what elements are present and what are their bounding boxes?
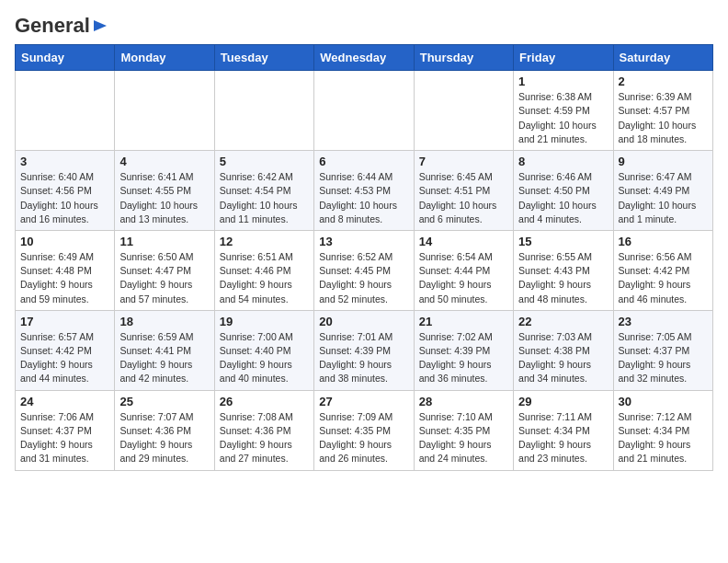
calendar-cell	[16, 71, 115, 151]
day-info: Sunrise: 6:52 AM Sunset: 4:45 PM Dayligh…	[319, 250, 408, 306]
day-info: Sunrise: 6:44 AM Sunset: 4:53 PM Dayligh…	[319, 170, 408, 226]
day-number: 26	[220, 395, 309, 408]
day-info: Sunrise: 6:49 AM Sunset: 4:48 PM Dayligh…	[20, 250, 109, 306]
day-info: Sunrise: 6:42 AM Sunset: 4:54 PM Dayligh…	[220, 170, 309, 226]
day-info: Sunrise: 7:10 AM Sunset: 4:35 PM Dayligh…	[419, 410, 508, 466]
week-row-1: 1Sunrise: 6:38 AM Sunset: 4:59 PM Daylig…	[16, 71, 713, 151]
weekday-header-wednesday: Wednesday	[314, 45, 414, 71]
day-info: Sunrise: 7:11 AM Sunset: 4:34 PM Dayligh…	[518, 410, 608, 466]
calendar-cell: 26Sunrise: 7:08 AM Sunset: 4:36 PM Dayli…	[214, 390, 313, 470]
day-number: 19	[220, 315, 309, 328]
header: General	[15, 15, 713, 33]
calendar-cell: 23Sunrise: 7:05 AM Sunset: 4:37 PM Dayli…	[613, 310, 712, 390]
day-info: Sunrise: 7:08 AM Sunset: 4:36 PM Dayligh…	[220, 410, 309, 466]
day-number: 16	[619, 235, 708, 248]
day-info: Sunrise: 6:55 AM Sunset: 4:43 PM Dayligh…	[518, 250, 608, 306]
day-number: 24	[20, 395, 109, 408]
weekday-header-row: SundayMondayTuesdayWednesdayThursdayFrid…	[16, 45, 713, 71]
day-number: 3	[20, 155, 109, 168]
day-info: Sunrise: 6:46 AM Sunset: 4:50 PM Dayligh…	[518, 170, 608, 226]
calendar-cell: 14Sunrise: 6:54 AM Sunset: 4:44 PM Dayli…	[414, 230, 513, 310]
calendar-cell: 30Sunrise: 7:12 AM Sunset: 4:34 PM Dayli…	[613, 390, 712, 470]
calendar-cell: 28Sunrise: 7:10 AM Sunset: 4:35 PM Dayli…	[414, 390, 513, 470]
logo-general: General	[15, 15, 90, 37]
weekday-header-saturday: Saturday	[613, 45, 712, 71]
svg-marker-0	[94, 20, 107, 31]
calendar-cell: 27Sunrise: 7:09 AM Sunset: 4:35 PM Dayli…	[314, 390, 414, 470]
day-info: Sunrise: 7:01 AM Sunset: 4:39 PM Dayligh…	[319, 330, 408, 386]
calendar-cell: 1Sunrise: 6:38 AM Sunset: 4:59 PM Daylig…	[514, 71, 613, 151]
calendar-cell: 6Sunrise: 6:44 AM Sunset: 4:53 PM Daylig…	[314, 151, 414, 231]
day-info: Sunrise: 7:02 AM Sunset: 4:39 PM Dayligh…	[419, 330, 508, 386]
week-row-2: 3Sunrise: 6:40 AM Sunset: 4:56 PM Daylig…	[16, 151, 713, 231]
week-row-4: 17Sunrise: 6:57 AM Sunset: 4:42 PM Dayli…	[16, 310, 713, 390]
calendar-cell	[414, 71, 513, 151]
day-number: 2	[619, 75, 708, 88]
day-number: 6	[319, 155, 408, 168]
weekday-header-friday: Friday	[514, 45, 613, 71]
day-number: 28	[419, 395, 508, 408]
day-number: 5	[220, 155, 309, 168]
day-info: Sunrise: 6:59 AM Sunset: 4:41 PM Dayligh…	[119, 330, 209, 386]
weekday-header-tuesday: Tuesday	[214, 45, 313, 71]
day-number: 4	[119, 155, 209, 168]
calendar-cell	[214, 71, 313, 151]
calendar-cell	[314, 71, 414, 151]
day-number: 9	[619, 155, 708, 168]
day-number: 25	[119, 395, 209, 408]
day-info: Sunrise: 7:09 AM Sunset: 4:35 PM Dayligh…	[319, 410, 408, 466]
day-info: Sunrise: 7:06 AM Sunset: 4:37 PM Dayligh…	[20, 410, 109, 466]
day-number: 30	[619, 395, 708, 408]
weekday-header-sunday: Sunday	[16, 45, 115, 71]
week-row-3: 10Sunrise: 6:49 AM Sunset: 4:48 PM Dayli…	[16, 230, 713, 310]
calendar-cell: 2Sunrise: 6:39 AM Sunset: 4:57 PM Daylig…	[613, 71, 712, 151]
day-info: Sunrise: 6:39 AM Sunset: 4:57 PM Dayligh…	[619, 90, 708, 146]
day-info: Sunrise: 6:41 AM Sunset: 4:55 PM Dayligh…	[119, 170, 209, 226]
day-info: Sunrise: 6:56 AM Sunset: 4:42 PM Dayligh…	[619, 250, 708, 306]
day-number: 8	[518, 155, 608, 168]
day-info: Sunrise: 6:38 AM Sunset: 4:59 PM Dayligh…	[518, 90, 608, 146]
calendar-cell: 25Sunrise: 7:07 AM Sunset: 4:36 PM Dayli…	[115, 390, 214, 470]
day-number: 23	[619, 315, 708, 328]
day-info: Sunrise: 6:45 AM Sunset: 4:51 PM Dayligh…	[419, 170, 508, 226]
calendar-cell: 16Sunrise: 6:56 AM Sunset: 4:42 PM Dayli…	[613, 230, 712, 310]
calendar-cell: 8Sunrise: 6:46 AM Sunset: 4:50 PM Daylig…	[514, 151, 613, 231]
day-info: Sunrise: 6:47 AM Sunset: 4:49 PM Dayligh…	[619, 170, 708, 226]
day-info: Sunrise: 6:40 AM Sunset: 4:56 PM Dayligh…	[20, 170, 109, 226]
calendar-cell: 4Sunrise: 6:41 AM Sunset: 4:55 PM Daylig…	[115, 151, 214, 231]
week-row-5: 24Sunrise: 7:06 AM Sunset: 4:37 PM Dayli…	[16, 390, 713, 470]
day-number: 1	[518, 75, 608, 88]
calendar-cell	[115, 71, 214, 151]
calendar-cell: 5Sunrise: 6:42 AM Sunset: 4:54 PM Daylig…	[214, 151, 313, 231]
calendar-cell: 15Sunrise: 6:55 AM Sunset: 4:43 PM Dayli…	[514, 230, 613, 310]
day-number: 12	[220, 235, 309, 248]
day-number: 18	[119, 315, 209, 328]
calendar-cell: 20Sunrise: 7:01 AM Sunset: 4:39 PM Dayli…	[314, 310, 414, 390]
day-info: Sunrise: 6:57 AM Sunset: 4:42 PM Dayligh…	[20, 330, 109, 386]
calendar-cell: 3Sunrise: 6:40 AM Sunset: 4:56 PM Daylig…	[16, 151, 115, 231]
calendar-cell: 21Sunrise: 7:02 AM Sunset: 4:39 PM Dayli…	[414, 310, 513, 390]
day-number: 22	[518, 315, 608, 328]
logo-arrow-icon	[92, 17, 108, 34]
calendar-cell: 19Sunrise: 7:00 AM Sunset: 4:40 PM Dayli…	[214, 310, 313, 390]
calendar-cell: 22Sunrise: 7:03 AM Sunset: 4:38 PM Dayli…	[514, 310, 613, 390]
day-info: Sunrise: 6:50 AM Sunset: 4:47 PM Dayligh…	[119, 250, 209, 306]
day-number: 21	[419, 315, 508, 328]
day-number: 7	[419, 155, 508, 168]
calendar-cell: 18Sunrise: 6:59 AM Sunset: 4:41 PM Dayli…	[115, 310, 214, 390]
day-info: Sunrise: 7:05 AM Sunset: 4:37 PM Dayligh…	[619, 330, 708, 386]
day-number: 20	[319, 315, 408, 328]
day-number: 15	[518, 235, 608, 248]
day-info: Sunrise: 7:03 AM Sunset: 4:38 PM Dayligh…	[518, 330, 608, 386]
day-number: 11	[119, 235, 209, 248]
calendar-cell: 10Sunrise: 6:49 AM Sunset: 4:48 PM Dayli…	[16, 230, 115, 310]
calendar-cell: 17Sunrise: 6:57 AM Sunset: 4:42 PM Dayli…	[16, 310, 115, 390]
calendar-cell: 11Sunrise: 6:50 AM Sunset: 4:47 PM Dayli…	[115, 230, 214, 310]
day-info: Sunrise: 7:12 AM Sunset: 4:34 PM Dayligh…	[619, 410, 708, 466]
day-info: Sunrise: 7:00 AM Sunset: 4:40 PM Dayligh…	[220, 330, 309, 386]
day-number: 10	[20, 235, 109, 248]
weekday-header-thursday: Thursday	[414, 45, 513, 71]
weekday-header-monday: Monday	[115, 45, 214, 71]
calendar-cell: 29Sunrise: 7:11 AM Sunset: 4:34 PM Dayli…	[514, 390, 613, 470]
day-number: 14	[419, 235, 508, 248]
